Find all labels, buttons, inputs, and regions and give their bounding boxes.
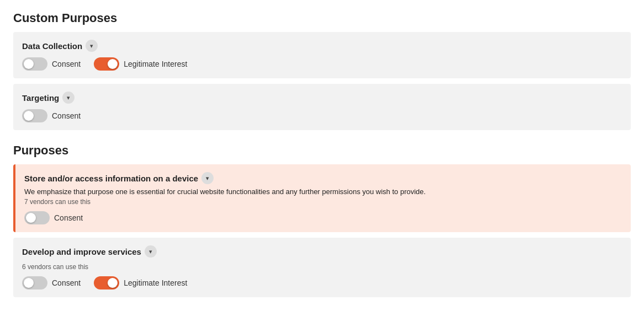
consent-label-store-access: Consent (54, 213, 83, 222)
toggle-row-store-access: Consent (24, 211, 622, 224)
consent-toggle-targeting[interactable]: Consent (22, 109, 81, 122)
vendors-text-store-access: 7 vendors can use this (24, 198, 622, 206)
chevron-down-icon-store-access[interactable]: ▾ (201, 172, 214, 184)
purpose-header-store-access: Store and/or access information on a dev… (24, 172, 622, 184)
purpose-name-store-access: Store and/or access information on a dev… (24, 174, 198, 183)
consent-label-data-collection: Consent (52, 60, 81, 68)
custom-purpose-header-data-collection: Data Collection▾ (22, 40, 622, 52)
purpose-card-store-access: Store and/or access information on a dev… (13, 164, 631, 232)
legitimate-interest-label-develop-improve: Legitimate Interest (124, 278, 187, 287)
toggle-row-targeting: Consent (22, 109, 622, 122)
consent-toggle-store-access[interactable]: Consent (24, 211, 83, 224)
custom-purpose-card-targeting: Targeting▾Consent (13, 84, 631, 130)
purpose-description-store-access: We emphasize that purpose one is essenti… (24, 187, 622, 196)
purpose-header-develop-improve: Develop and improve services▾ (22, 245, 622, 258)
toggle-row-develop-improve: ConsentLegitimate Interest (22, 276, 622, 290)
chevron-down-icon-targeting[interactable]: ▾ (62, 92, 74, 104)
consent-toggle-data-collection[interactable]: Consent (22, 57, 81, 71)
toggle-row-data-collection: ConsentLegitimate Interest (22, 57, 622, 71)
consent-label-develop-improve: Consent (52, 278, 81, 287)
custom-purpose-name-targeting: Targeting (22, 93, 59, 103)
vendors-text-develop-improve: 6 vendors can use this (22, 263, 622, 271)
chevron-down-icon-data-collection[interactable]: ▾ (86, 40, 98, 52)
legitimate-interest-toggle-data-collection[interactable]: Legitimate Interest (94, 57, 187, 71)
custom-purpose-header-targeting: Targeting▾ (22, 92, 622, 104)
consent-label-targeting: Consent (52, 111, 81, 120)
purpose-card-develop-improve: Develop and improve services▾6 vendors c… (13, 238, 631, 297)
legitimate-interest-label-data-collection: Legitimate Interest (124, 60, 187, 68)
purposes-title: Purposes (13, 143, 631, 158)
custom-purpose-card-data-collection: Data Collection▾ConsentLegitimate Intere… (13, 32, 631, 78)
custom-purposes-title: Custom Purposes (13, 11, 631, 25)
chevron-down-icon-develop-improve[interactable]: ▾ (145, 245, 157, 258)
legitimate-interest-toggle-develop-improve[interactable]: Legitimate Interest (94, 276, 187, 290)
purpose-name-develop-improve: Develop and improve services (22, 247, 141, 256)
consent-toggle-develop-improve[interactable]: Consent (22, 276, 81, 290)
custom-purpose-name-data-collection: Data Collection (22, 41, 82, 51)
